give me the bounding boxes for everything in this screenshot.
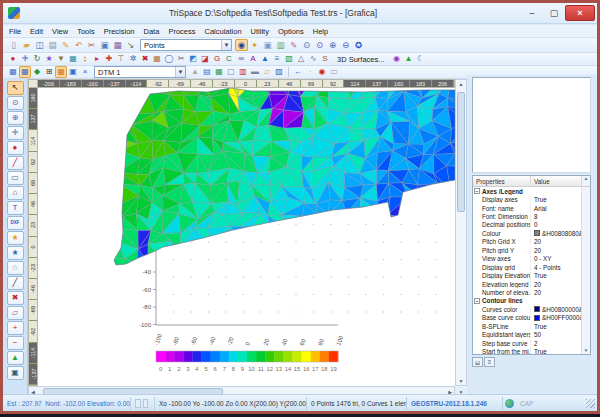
- property-group[interactable]: −Axes /Legend: [473, 187, 590, 195]
- property-row[interactable]: View axes0 - XY: [473, 255, 590, 263]
- chevron-down-icon[interactable]: ▼: [175, 67, 185, 77]
- pyramid-icon[interactable]: ▲: [189, 66, 201, 78]
- info-dot-icon[interactable]: ·: [304, 66, 316, 78]
- help-globe-icon[interactable]: ✪: [352, 39, 365, 51]
- minimize-button[interactable]: –: [521, 5, 543, 21]
- zoom-tool-icon[interactable]: ⊙: [7, 96, 24, 110]
- close-window-icon[interactable]: ×: [79, 66, 91, 78]
- undo-icon[interactable]: ↶: [72, 39, 85, 51]
- eraser-icon[interactable]: ▱: [7, 306, 24, 320]
- wave-profile-icon[interactable]: ∿: [307, 53, 319, 65]
- hammer-tool-icon[interactable]: ⊤: [115, 53, 127, 65]
- zoom-out-icon[interactable]: ⊖: [339, 39, 352, 51]
- curve-c-icon[interactable]: C: [223, 53, 235, 65]
- import-icon[interactable]: ↘: [124, 39, 137, 51]
- property-row[interactable]: Display axesTrue: [473, 195, 590, 203]
- polygon-icon[interactable]: ⌂: [7, 186, 24, 200]
- save-icon[interactable]: ◫: [33, 39, 46, 51]
- snap-grid-icon[interactable]: ▦: [67, 53, 79, 65]
- properties-column-header[interactable]: Properties: [473, 176, 531, 186]
- cut-mesh-icon[interactable]: ✂: [175, 53, 187, 65]
- property-row[interactable]: Display Elevation...True: [473, 271, 590, 279]
- dtm-mesh[interactable]: -40-60-80-100-100-80-60-40-2002040608010…: [38, 88, 455, 386]
- cut-icon[interactable]: ✂: [85, 39, 98, 51]
- building-icon[interactable]: ▦: [151, 53, 163, 65]
- surfaces-3d-button[interactable]: 3D Surfaces...: [331, 53, 391, 66]
- image-page-icon[interactable]: ▨: [273, 66, 285, 78]
- dock-icon[interactable]: ▬: [249, 66, 261, 78]
- add-window-icon[interactable]: ⊞: [43, 66, 55, 78]
- property-row[interactable]: Elevation legend ...20: [473, 280, 590, 288]
- menu-data[interactable]: Data: [144, 27, 160, 36]
- window-grid-icon[interactable]: ▦: [7, 66, 19, 78]
- paste-icon[interactable]: ▦: [111, 39, 124, 51]
- edit-sheet-icon[interactable]: ✎: [59, 39, 72, 51]
- property-row[interactable]: Number of eleva...20: [473, 288, 590, 296]
- dxf-g-icon[interactable]: G: [211, 53, 223, 65]
- chevron-down-icon[interactable]: ▼: [221, 40, 231, 50]
- value-column-header[interactable]: Value: [531, 176, 581, 186]
- property-row[interactable]: Colour&H00808080&: [473, 229, 590, 237]
- scroll-thumb[interactable]: [457, 92, 465, 212]
- grid-scrollbar[interactable]: ▼: [581, 187, 590, 354]
- property-row[interactable]: Pitch Grid X20: [473, 238, 590, 246]
- folder-up-icon[interactable]: ▱: [261, 66, 273, 78]
- dtm-combobox[interactable]: DTM 1 ▼: [94, 66, 186, 78]
- polyline-icon[interactable]: ╱: [7, 156, 24, 170]
- spline-curve-icon[interactable]: S: [319, 53, 331, 65]
- visibility-eye-icon[interactable]: ◉: [235, 39, 248, 51]
- property-row[interactable]: Start from the mi...True: [473, 347, 590, 355]
- entity-combobox[interactable]: Points ▼: [140, 39, 232, 51]
- green-triangle-icon[interactable]: ▲: [403, 53, 415, 65]
- star-grid-icon[interactable]: ✲: [127, 53, 139, 65]
- property-row[interactable]: Equidistant layers50: [473, 330, 590, 338]
- property-row[interactable]: Curves color&H00800000&: [473, 305, 590, 313]
- mesh-grid-icon[interactable]: ◩: [187, 53, 199, 65]
- copy-icon[interactable]: ▣: [98, 39, 111, 51]
- dxf-icon[interactable]: DXF: [7, 216, 24, 230]
- menu-precision[interactable]: Precision: [104, 27, 135, 36]
- menu-edit[interactable]: Edit: [30, 27, 43, 36]
- collapse-icon[interactable]: −: [474, 298, 480, 304]
- grid-scroll-up-icon[interactable]: ▲: [581, 176, 590, 186]
- zoom-in-icon[interactable]: ⊕: [326, 39, 339, 51]
- property-group[interactable]: −Contour lines: [473, 297, 590, 305]
- resize-grip[interactable]: [586, 399, 595, 408]
- categorized-view-button[interactable]: ⊟: [472, 357, 483, 367]
- canvas-vertical-scrollbar[interactable]: ▲ ▼: [455, 79, 467, 386]
- window-white-icon[interactable]: ▢: [225, 66, 237, 78]
- property-row[interactable]: Step base curve2: [473, 339, 590, 347]
- pan-icon[interactable]: ✛: [7, 126, 24, 140]
- filter-points-icon[interactable]: ▼: [55, 53, 67, 65]
- property-row[interactable]: Decimal positions0: [473, 221, 590, 229]
- triangle-color-icon[interactable]: ▲: [7, 351, 24, 365]
- add-point-icon[interactable]: ●: [7, 141, 24, 155]
- mesh-x-icon[interactable]: ◪: [199, 53, 211, 65]
- ellipse-icon[interactable]: ◯: [163, 53, 175, 65]
- delete-x-icon[interactable]: ✖: [7, 291, 24, 305]
- scale-points-icon[interactable]: ★: [43, 53, 55, 65]
- maximize-button[interactable]: ▢: [543, 5, 565, 21]
- zoom-icon[interactable]: ⊙: [300, 39, 313, 51]
- star-off-icon[interactable]: ☆: [7, 261, 24, 275]
- star-orange-icon[interactable]: ★: [7, 231, 24, 245]
- marker-icon[interactable]: ◉: [316, 66, 328, 78]
- star-cluster-icon[interactable]: ★: [7, 246, 24, 260]
- property-row[interactable]: Base curve colour&H00FF0000&: [473, 314, 590, 322]
- menu-view[interactable]: View: [52, 27, 68, 36]
- moon-c-icon[interactable]: ☾: [415, 53, 427, 65]
- anchor-point-icon[interactable]: ↨: [79, 53, 91, 65]
- menu-options[interactable]: Options: [278, 27, 304, 36]
- zoom-window-icon[interactable]: ⊙: [313, 39, 326, 51]
- alphabetical-view-button[interactable]: ≡: [484, 357, 495, 367]
- edit-node-icon[interactable]: ✚: [103, 53, 115, 65]
- scroll-down-icon[interactable]: ▼: [457, 377, 466, 385]
- plus-point-icon[interactable]: +: [7, 321, 24, 335]
- duplicate-icon[interactable]: ▣: [261, 39, 274, 51]
- property-row[interactable]: Display grid4 - Points: [473, 263, 590, 271]
- property-row[interactable]: B-SPLineTrue: [473, 322, 590, 330]
- scatter-icon[interactable]: ✖: [139, 53, 151, 65]
- measure-line-icon[interactable]: ╱: [7, 276, 24, 290]
- insert-point-icon[interactable]: ●: [7, 53, 19, 65]
- open-folder-icon[interactable]: ▰: [20, 39, 33, 51]
